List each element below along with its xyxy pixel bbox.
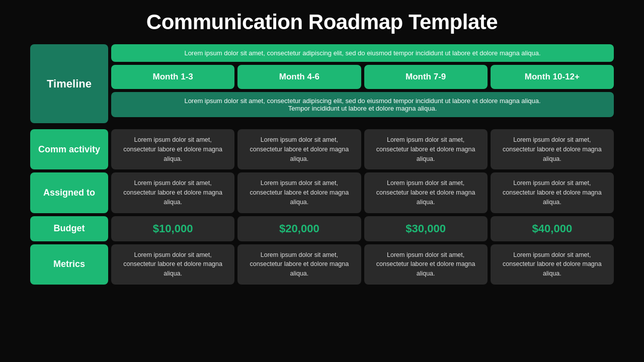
- row-0-cell-3: Lorem ipsum dolor sit amet, consectetur …: [491, 129, 614, 169]
- row-label-3: Metrics: [30, 244, 108, 285]
- row-3-cell-1: Lorem ipsum dolor sit amet, consectetur …: [237, 244, 361, 285]
- slide: Communication Roadmap Template Timeline …: [0, 0, 644, 362]
- row-3-cell-2: Lorem ipsum dolor sit amet, consectetur …: [364, 244, 488, 285]
- table-row: Comm activityLorem ipsum dolor sit amet,…: [30, 129, 614, 169]
- row-1-cell-2: Lorem ipsum dolor sit amet, consectetur …: [364, 172, 488, 213]
- months-row: Month 1-3 Month 4-6 Month 7-9 Month 10-1…: [111, 65, 614, 89]
- row-2-cell-3: $40,000: [491, 216, 614, 241]
- row-1-cell-3: Lorem ipsum dolor sit amet, consectetur …: [491, 172, 614, 213]
- row-0-cell-0: Lorem ipsum dolor sit amet, consectetur …: [111, 129, 234, 169]
- table-row: MetricsLorem ipsum dolor sit amet, conse…: [30, 244, 614, 285]
- table-row: Budget$10,000$20,000$30,000$40,000: [30, 216, 614, 241]
- timeline-section: Timeline Lorem ipsum dolor sit amet, con…: [30, 44, 614, 123]
- page-title: Communication Roadmap Template: [146, 10, 498, 34]
- data-rows: Comm activityLorem ipsum dolor sit amet,…: [30, 126, 614, 285]
- timeline-header-lorem: Lorem ipsum dolor sit amet, consectetur …: [111, 44, 614, 62]
- row-2-cell-1: $20,000: [237, 216, 361, 241]
- row-2-cell-2: $30,000: [364, 216, 488, 241]
- row-1-cell-1: Lorem ipsum dolor sit amet, consectetur …: [237, 172, 361, 213]
- table-container: Timeline Lorem ipsum dolor sit amet, con…: [30, 44, 614, 285]
- row-0-cell-1: Lorem ipsum dolor sit amet, consectetur …: [237, 129, 361, 169]
- timeline-label: Timeline: [30, 44, 108, 123]
- month-1: Month 1-3: [111, 65, 234, 89]
- row-1-cell-0: Lorem ipsum dolor sit amet, consectetur …: [111, 172, 234, 213]
- timeline-right: Lorem ipsum dolor sit amet, consectetur …: [111, 44, 614, 117]
- table-row: Assigned toLorem ipsum dolor sit amet, c…: [30, 172, 614, 213]
- month-2: Month 4-6: [237, 65, 361, 89]
- row-label-0: Comm activity: [30, 129, 108, 169]
- row-3-cell-0: Lorem ipsum dolor sit amet, consectetur …: [111, 244, 234, 285]
- row-3-cell-3: Lorem ipsum dolor sit amet, consectetur …: [491, 244, 614, 285]
- timeline-footer-lorem: Lorem ipsum dolor sit amet, consectetur …: [111, 92, 614, 117]
- row-label-2: Budget: [30, 216, 108, 241]
- row-0-cell-2: Lorem ipsum dolor sit amet, consectetur …: [364, 129, 488, 169]
- row-2-cell-0: $10,000: [111, 216, 234, 241]
- month-3: Month 7-9: [364, 65, 488, 89]
- row-label-1: Assigned to: [30, 172, 108, 213]
- month-4: Month 10-12+: [491, 65, 614, 89]
